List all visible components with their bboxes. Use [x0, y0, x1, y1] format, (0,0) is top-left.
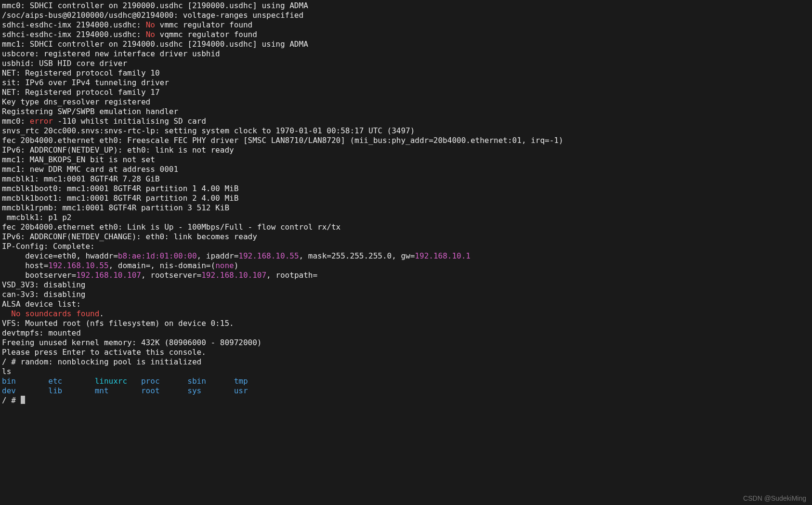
- terminal-text: ): [234, 261, 239, 270]
- terminal-text: mmc1: MAN_BKOPS_EN bit is not set: [2, 155, 155, 164]
- terminal-line: fec 20b4000.ethernet eth0: Link is Up - …: [2, 222, 810, 232]
- terminal-text: mmc1: SDHCI controller on 2194000.usdhc …: [2, 39, 308, 49]
- ls-entry: lib: [48, 386, 94, 395]
- ls-entry: proc: [141, 376, 187, 386]
- terminal-text: sdhci-esdhc-imx 2194000.usdhc:: [2, 30, 146, 39]
- terminal-line: host=192.168.10.55, domain=, nis-domain=…: [2, 261, 810, 271]
- terminal-line: ls: [2, 367, 810, 376]
- terminal-text: vmmc regulator found: [155, 20, 252, 29]
- terminal-text: No: [146, 30, 155, 39]
- terminal-text: IPv6: ADDRCONF(NETDEV_CHANGE): eth0: lin…: [2, 232, 257, 241]
- terminal-line: usbcore: registered new interface driver…: [2, 49, 810, 59]
- terminal-text: Please press Enter to activate this cons…: [2, 348, 206, 357]
- terminal-text: NET: Registered protocol family 10: [2, 68, 160, 78]
- terminal-text: sdhci-esdhc-imx 2194000.usdhc:: [2, 20, 146, 29]
- watermark: CSDN @SudekiMing: [743, 494, 806, 502]
- terminal-text: , domain=, nis-domain=(: [109, 261, 216, 270]
- terminal-line: mmcblk1rpmb: mmc1:0001 8GTF4R partition …: [2, 203, 810, 213]
- terminal-line: VFS: Mounted root (nfs filesystem) on de…: [2, 319, 810, 328]
- terminal-line: IPv6: ADDRCONF(NETDEV_CHANGE): eth0: lin…: [2, 232, 810, 242]
- terminal-line: device=eth0, hwaddr=b8:ae:1d:01:00:00, i…: [2, 251, 810, 261]
- terminal-line: mmc0: error -110 whilst initialising SD …: [2, 117, 810, 126]
- terminal-text: devtmpfs: mounted: [2, 328, 81, 337]
- terminal-line: sdhci-esdhc-imx 2194000.usdhc: No vqmmc …: [2, 30, 810, 39]
- terminal-text: / # random: nonblocking pool is initiali…: [2, 357, 201, 366]
- terminal-line: No soundcards found.: [2, 309, 810, 319]
- ls-entry: sys: [187, 386, 234, 395]
- terminal-text: -110 whilst initialising SD card: [53, 117, 206, 126]
- ls-entry: root: [141, 386, 187, 395]
- terminal-text: mmc0: SDHCI controller on 2190000.usdhc …: [2, 1, 308, 10]
- terminal-line: usbhid: USB HID core driver: [2, 59, 810, 68]
- terminal-text: Registering SWP/SWPB emulation handler: [2, 107, 178, 116]
- terminal-text: host=: [2, 261, 48, 270]
- ls-entry: etc: [48, 376, 94, 386]
- terminal-text: ALSA device list:: [2, 299, 81, 309]
- terminal-text: IPv6: ADDRCONF(NETDEV_UP): eth0: link is…: [2, 145, 234, 155]
- ls-entry: sbin: [187, 376, 234, 386]
- terminal-text: mmcblk1boot1: mmc1:0001 8GTF4R partition…: [2, 194, 238, 203]
- terminal-line: fec 20b4000.ethernet eth0: Freescale FEC…: [2, 136, 810, 145]
- terminal-text: mmcblk1boot0: mmc1:0001 8GTF4R partition…: [2, 184, 238, 193]
- terminal-text: mmc1: new DDR MMC card at address 0001: [2, 165, 178, 174]
- terminal-text: 192.168.10.1: [415, 251, 471, 260]
- terminal-line: Key type dns_resolver registered: [2, 97, 810, 107]
- terminal-line: /soc/aips-bus@02100000/usdhc@02194000: v…: [2, 11, 810, 20]
- ls-entry: dev: [2, 386, 48, 395]
- terminal-text: IP-Config: Complete:: [2, 242, 95, 251]
- terminal-text: b8:ae:1d:01:00:00: [118, 251, 197, 260]
- terminal-text: error: [30, 117, 53, 126]
- terminal-line: mmcblk1: mmc1:0001 8GTF4R 7.28 GiB: [2, 174, 810, 184]
- terminal-text: can-3v3: disabling: [2, 290, 85, 299]
- terminal-text: 192.168.10.107: [201, 271, 266, 280]
- terminal-text: none: [215, 261, 234, 270]
- terminal-line: Freeing unused kernel memory: 432K (8090…: [2, 338, 810, 348]
- terminal-line: devtmpfs: mounted: [2, 328, 810, 338]
- terminal-text: vqmmc regulator found: [155, 30, 257, 39]
- terminal-line: VSD_3V3: disabling: [2, 280, 810, 290]
- terminal-text: [2, 309, 11, 318]
- ls-row: dev lib mnt root sys usr: [2, 386, 810, 396]
- terminal-line: Please press Enter to activate this cons…: [2, 348, 810, 357]
- prompt: / #: [2, 396, 21, 405]
- terminal-text: NET: Registered protocol family 17: [2, 88, 160, 97]
- terminal-line: mmcblk1: p1 p2: [2, 213, 810, 222]
- ls-entry: mnt: [95, 386, 141, 395]
- ls-entry: bin: [2, 376, 48, 386]
- terminal-text: /soc/aips-bus@02100000/usdhc@02194000: v…: [2, 11, 303, 20]
- cursor: [21, 396, 25, 404]
- terminal-text: No: [146, 20, 155, 29]
- terminal-text: fec 20b4000.ethernet eth0: Link is Up - …: [2, 222, 341, 232]
- terminal-text: 192.168.10.55: [48, 261, 108, 270]
- terminal-text: .: [99, 309, 104, 318]
- terminal-text: snvs_rtc 20cc000.snvs:snvs-rtc-lp: setti…: [2, 126, 415, 135]
- terminal-text: mmc0:: [2, 117, 30, 126]
- terminal-text: ls: [2, 367, 11, 376]
- terminal-text: 192.168.10.55: [238, 251, 299, 260]
- terminal-line: / # random: nonblocking pool is initiali…: [2, 357, 810, 367]
- terminal-text: Freeing unused kernel memory: 432K (8090…: [2, 338, 262, 347]
- terminal-text: fec 20b4000.ethernet eth0: Freescale FEC…: [2, 136, 563, 145]
- terminal-line: mmc0: SDHCI controller on 2190000.usdhc …: [2, 1, 810, 11]
- terminal-text: mmcblk1: p1 p2: [2, 213, 72, 222]
- terminal-text: Key type dns_resolver registered: [2, 97, 150, 106]
- ls-row: bin etc linuxrc proc sbin tmp: [2, 376, 810, 386]
- terminal-text: , mask=255.255.255.0, gw=: [299, 251, 415, 260]
- terminal-line: mmc1: MAN_BKOPS_EN bit is not set: [2, 155, 810, 165]
- terminal-text: VFS: Mounted root (nfs filesystem) on de…: [2, 319, 234, 328]
- prompt-line[interactable]: / #: [2, 396, 810, 405]
- terminal-text: , rootserver=: [141, 271, 201, 280]
- terminal-line: NET: Registered protocol family 10: [2, 68, 810, 78]
- terminal-text: No soundcards found: [11, 309, 99, 318]
- terminal-text: usbhid: USB HID core driver: [2, 59, 127, 68]
- ls-entry: tmp: [234, 376, 248, 386]
- terminal-line: sit: IPv6 over IPv4 tunneling driver: [2, 78, 810, 88]
- terminal-text: , ipaddr=: [197, 251, 239, 260]
- terminal-output[interactable]: mmc0: SDHCI controller on 2190000.usdhc …: [0, 0, 812, 407]
- terminal-text: sit: IPv6 over IPv4 tunneling driver: [2, 78, 169, 87]
- ls-entry: linuxrc: [95, 376, 141, 386]
- terminal-line: mmc1: new DDR MMC card at address 0001: [2, 165, 810, 174]
- terminal-text: bootserver=: [2, 271, 76, 280]
- terminal-line: snvs_rtc 20cc000.snvs:snvs-rtc-lp: setti…: [2, 126, 810, 136]
- terminal-line: mmcblk1boot0: mmc1:0001 8GTF4R partition…: [2, 184, 810, 194]
